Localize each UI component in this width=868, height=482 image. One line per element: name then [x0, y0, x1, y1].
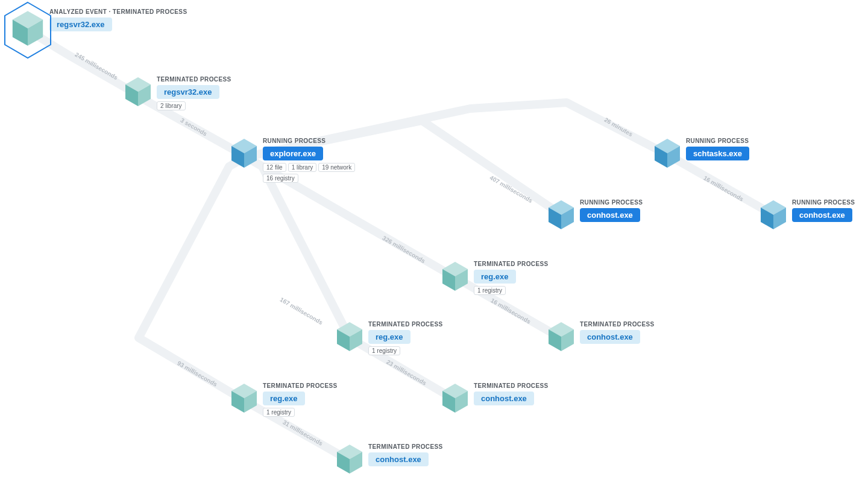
process-name-chip[interactable]: conhost.exe — [792, 208, 852, 222]
process-status-label: RUNNING PROCESS — [263, 138, 326, 144]
process-cube-icon — [335, 442, 365, 476]
svg-marker-0 — [5, 2, 51, 58]
edge-label: 3 seconds — [180, 117, 209, 138]
process-node[interactable]: TERMINATED PROCESS reg.exe 1 registry — [440, 259, 549, 295]
process-name-chip[interactable]: regsvr32.exe — [49, 17, 112, 31]
process-status-label: TERMINATED PROCESS — [368, 321, 443, 328]
edge-label: 326 milliseconds — [382, 235, 427, 265]
process-node[interactable]: TERMINATED PROCESS conhost.exe — [335, 442, 443, 476]
process-cube-icon — [758, 198, 788, 232]
process-name-chip[interactable]: reg.exe — [368, 330, 410, 344]
process-status-label: TERMINATED PROCESS — [263, 382, 338, 389]
edge-label: 16 milliseconds — [702, 174, 744, 203]
process-badge: 1 registry — [474, 286, 506, 295]
process-badges: 1 registry — [368, 346, 400, 355]
process-tree-edges — [0, 0, 868, 482]
process-name-chip[interactable]: reg.exe — [474, 270, 516, 284]
process-cube-icon — [10, 7, 46, 49]
process-node[interactable]: TERMINATED PROCESS conhost.exe — [440, 381, 549, 415]
process-status-label: RUNNING PROCESS — [580, 199, 643, 206]
process-badges: 12 file1 library19 network16 registry — [263, 163, 359, 183]
process-node[interactable]: RUNNING PROCESS schtasks.exe — [652, 136, 749, 170]
edge-label: 93 milliseconds — [176, 360, 218, 388]
process-node[interactable]: TERMINATED PROCESS reg.exe 1 registry — [335, 320, 443, 355]
edge-label: 26 minutes — [603, 116, 634, 138]
process-badges: 1 registry — [263, 408, 295, 417]
process-status-label: TERMINATED PROCESS — [157, 76, 231, 83]
process-badge: 1 library — [288, 163, 317, 172]
process-node[interactable]: RUNNING PROCESS explorer.exe 12 file1 li… — [229, 136, 359, 183]
process-cube-icon — [652, 136, 682, 170]
process-status-label: ANALYZED EVENT · TERMINATED PROCESS — [49, 8, 187, 15]
process-cube-icon — [440, 259, 470, 293]
edge-label: 167 milliseconds — [279, 296, 324, 326]
process-status-label: TERMINATED PROCESS — [474, 261, 549, 267]
process-name-chip[interactable]: conhost.exe — [580, 208, 640, 222]
process-node-root[interactable]: ANALYZED EVENT · TERMINATED PROCESS regs… — [10, 7, 187, 49]
process-badge: 16 registry — [263, 174, 298, 183]
process-name-chip[interactable]: schtasks.exe — [686, 147, 749, 160]
process-badge: 1 registry — [263, 408, 295, 417]
process-name-chip[interactable]: regsvr32.exe — [157, 85, 219, 99]
process-cube-icon — [546, 198, 576, 232]
process-node[interactable]: RUNNING PROCESS conhost.exe — [546, 198, 643, 232]
edge-label: 23 milliseconds — [385, 358, 427, 387]
process-badges: 1 registry — [474, 286, 506, 295]
process-name-chip[interactable]: conhost.exe — [474, 392, 534, 405]
process-badges: 2 library — [157, 101, 186, 110]
process-node[interactable]: TERMINATED PROCESS conhost.exe — [546, 320, 655, 354]
process-status-label: TERMINATED PROCESS — [580, 321, 655, 328]
process-cube-icon — [440, 381, 470, 415]
process-status-label: RUNNING PROCESS — [686, 138, 749, 144]
edge-label: 31 milliseconds — [281, 419, 324, 447]
process-badge: 1 registry — [368, 346, 400, 355]
process-name-chip[interactable]: explorer.exe — [263, 147, 323, 160]
process-cube-icon — [546, 320, 576, 354]
hex-outline-icon — [2, 1, 53, 59]
edge-label: 407 milliseconds — [489, 174, 534, 205]
process-node[interactable]: RUNNING PROCESS conhost.exe — [758, 198, 855, 232]
process-name-chip[interactable]: conhost.exe — [368, 452, 429, 466]
process-cube-icon — [123, 75, 153, 109]
process-status-label: TERMINATED PROCESS — [368, 443, 443, 450]
process-node[interactable]: TERMINATED PROCESS regsvr32.exe 2 librar… — [123, 75, 231, 110]
process-cube-icon — [229, 381, 259, 415]
process-badge: 12 file — [263, 163, 286, 172]
process-badge: 2 library — [157, 101, 186, 110]
process-status-label: TERMINATED PROCESS — [474, 382, 549, 389]
process-cube-icon — [229, 136, 259, 170]
process-cube-icon — [335, 320, 365, 354]
process-name-chip[interactable]: reg.exe — [263, 392, 305, 405]
process-status-label: RUNNING PROCESS — [792, 199, 855, 206]
process-name-chip[interactable]: conhost.exe — [580, 330, 640, 344]
process-node[interactable]: TERMINATED PROCESS reg.exe 1 registry — [229, 381, 338, 417]
process-badge: 19 network — [318, 163, 355, 172]
edge-label: 16 milliseconds — [489, 297, 532, 325]
edge-label: 245 milliseconds — [74, 51, 119, 81]
